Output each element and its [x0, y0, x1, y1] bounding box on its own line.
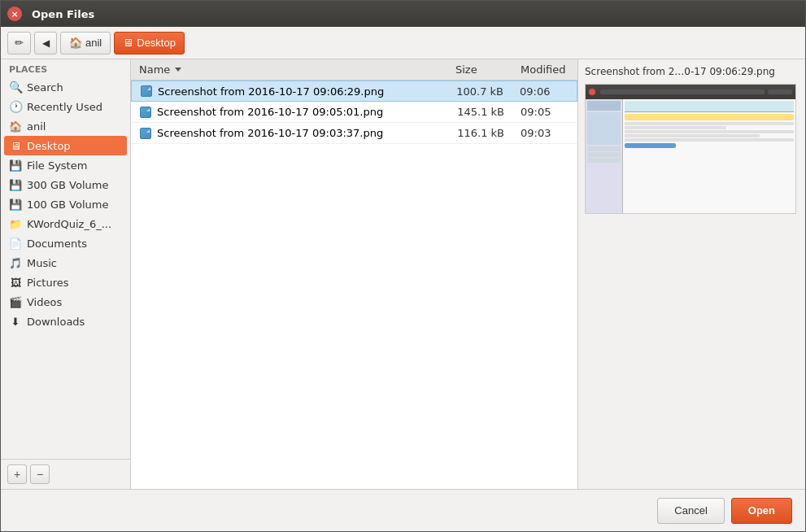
- sidebar-item-downloads[interactable]: ⬇ Downloads: [1, 312, 130, 331]
- documents-icon: 📄: [9, 237, 22, 250]
- sidebar-item-file-system[interactable]: 💾 File System: [1, 155, 130, 175]
- sidebar-item-desktop[interactable]: 🖥 Desktop: [4, 136, 127, 155]
- sidebar-item-label: Documents: [27, 238, 87, 250]
- file-list-header: Name Size Modified: [131, 59, 577, 81]
- sidebar-item-label: Search: [27, 81, 63, 94]
- cancel-button[interactable]: Cancel: [657, 498, 724, 524]
- back-button[interactable]: ◀: [34, 32, 57, 55]
- thumb-form: [625, 122, 794, 142]
- sidebar-item-label: 100 GB Volume: [27, 198, 108, 211]
- home-icon: 🏠: [9, 120, 22, 133]
- png-file-icon: [140, 85, 153, 98]
- titlebar: × Open Files: [1, 1, 805, 27]
- search-icon: 🔍: [9, 81, 22, 94]
- column-size-header[interactable]: Size: [447, 61, 512, 78]
- videos-icon: 🎬: [9, 295, 22, 308]
- sidebar-item-label: Videos: [27, 296, 62, 308]
- main-area: Places 🔍 Search 🕐 Recently Used 🏠 anil 🖥…: [1, 59, 805, 489]
- thumb-close-dot: [589, 89, 595, 95]
- sidebar-item-label: Recently Used: [27, 101, 102, 113]
- preview-image: [585, 84, 796, 214]
- downloads-icon: ⬇: [9, 315, 22, 328]
- sidebar-item-label: File System: [27, 159, 87, 172]
- sidebar-item-search[interactable]: 🔍 Search: [1, 77, 130, 97]
- sidebar-item-kwordquiz[interactable]: 📁 KWordQuiz_6_...: [1, 214, 130, 233]
- thumb-sidebar: [586, 99, 623, 213]
- edit-button[interactable]: ✏: [7, 32, 31, 55]
- sidebar: Places 🔍 Search 🕐 Recently Used 🏠 anil 🖥…: [1, 59, 131, 489]
- sidebar-item-label: Pictures: [27, 277, 68, 289]
- table-row[interactable]: Screenshot from 2016-10-17 09:03:37.png …: [131, 123, 577, 144]
- file-name-cell: Screenshot from 2016-10-17 09:06:29.png: [132, 82, 447, 100]
- sidebar-item-anil[interactable]: 🏠 anil: [1, 116, 130, 136]
- add-bookmark-button[interactable]: +: [7, 464, 27, 484]
- dialog-window: × Open Files ✏ ◀ 🏠 anil 🖥 Desktop Places…: [0, 0, 806, 532]
- table-row[interactable]: Screenshot from 2016-10-17 09:05:01.png …: [131, 102, 577, 123]
- toolbar: ✏ ◀ 🏠 anil 🖥 Desktop: [1, 27, 805, 59]
- sidebar-footer: + −: [1, 459, 130, 489]
- preview-area: Screenshot from 2…0-17 09:06:29.png: [577, 59, 805, 489]
- preview-image-inner: [586, 85, 795, 213]
- sidebar-item-100gb[interactable]: 💾 100 GB Volume: [1, 194, 130, 214]
- thumb-header: [625, 101, 794, 112]
- breadcrumb-anil-button[interactable]: 🏠 anil: [60, 32, 111, 55]
- file-name-cell: Screenshot from 2016-10-17 09:05:01.png: [131, 103, 447, 121]
- clock-icon: 🕐: [9, 100, 22, 113]
- png-file-icon: [139, 127, 152, 140]
- breadcrumb-desktop-button[interactable]: 🖥 Desktop: [114, 32, 185, 55]
- thumb-yellow-bar: [625, 114, 794, 120]
- sidebar-item-pictures[interactable]: 🖼 Pictures: [1, 273, 130, 292]
- sidebar-section-label: Places: [1, 59, 130, 77]
- thumb-button: [625, 143, 675, 148]
- thumb-titlebar: [586, 85, 795, 99]
- bottom-bar: Cancel Open: [1, 489, 805, 531]
- sidebar-item-documents[interactable]: 📄 Documents: [1, 233, 130, 253]
- sidebar-item-label: Downloads: [27, 316, 85, 328]
- thumb-main-content: [623, 99, 795, 213]
- remove-bookmark-button[interactable]: −: [30, 464, 50, 484]
- desktop-icon: 🖥: [123, 37, 133, 49]
- sidebar-item-label: 300 GB Volume: [27, 179, 108, 191]
- table-row[interactable]: Screenshot from 2016-10-17 09:06:29.png …: [131, 81, 577, 102]
- drive-icon: 💾: [9, 198, 22, 211]
- home-icon: 🏠: [69, 37, 82, 49]
- close-button[interactable]: ×: [7, 7, 22, 21]
- sidebar-item-videos[interactable]: 🎬 Videos: [1, 292, 130, 312]
- thumb-content: [586, 99, 795, 213]
- sidebar-item-label: Desktop: [27, 140, 71, 152]
- file-list: Screenshot from 2016-10-17 09:06:29.png …: [131, 81, 577, 489]
- pictures-icon: 🖼: [9, 276, 22, 289]
- preview-filename: Screenshot from 2…0-17 09:06:29.png: [585, 66, 799, 77]
- drive-icon: 💾: [9, 178, 22, 191]
- open-button[interactable]: Open: [731, 498, 792, 524]
- pencil-icon: ✏: [15, 37, 24, 49]
- column-modified-header[interactable]: Modified: [512, 61, 577, 78]
- sidebar-item-recently-used[interactable]: 🕐 Recently Used: [1, 97, 130, 116]
- folder-icon: 📁: [9, 217, 22, 230]
- png-file-icon: [139, 106, 152, 119]
- sidebar-item-label: Music: [27, 257, 57, 269]
- file-name-cell: Screenshot from 2016-10-17 09:03:37.png: [131, 124, 447, 142]
- sidebar-item-music[interactable]: 🎵 Music: [1, 253, 130, 273]
- sidebar-item-label: anil: [27, 120, 46, 133]
- file-area: Name Size Modified Screenshot from 2016-…: [131, 59, 577, 489]
- music-icon: 🎵: [9, 256, 22, 269]
- sidebar-item-label: KWordQuiz_6_...: [27, 218, 111, 230]
- desktop-icon: 🖥: [9, 139, 22, 152]
- dialog-title: Open Files: [28, 8, 799, 20]
- drive-icon: 💾: [9, 159, 22, 172]
- sort-arrow-icon: [175, 68, 181, 72]
- column-name-header[interactable]: Name: [131, 61, 447, 78]
- sidebar-item-300gb[interactable]: 💾 300 GB Volume: [1, 175, 130, 194]
